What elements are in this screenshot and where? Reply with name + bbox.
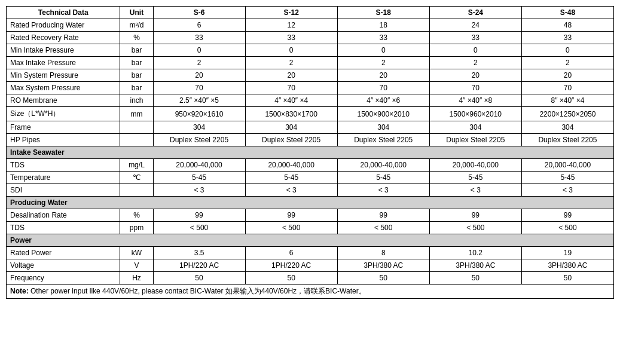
row-s12: 2 [245,57,337,69]
row-s12: 12 [245,19,337,32]
section-label: Producing Water [7,197,614,209]
row-label: RO Membrane [7,94,120,107]
row-s24: < 500 [429,222,521,234]
row-s18: 50 [337,272,429,285]
row-unit: bar [120,44,153,57]
row-s6: 33 [153,32,245,44]
row-label: Rated Power [7,247,120,259]
row-s24: 20 [429,69,521,82]
row-s18: 8 [337,247,429,259]
row-label: Max Intake Pressure [7,57,120,69]
table-row: Max Intake Pressurebar22222 [7,57,614,69]
row-s18: 18 [337,19,429,32]
row-s18: 3PH/380 AC [337,259,429,272]
row-s48: 3PH/380 AC [521,259,613,272]
table-row: TDSppm< 500< 500< 500< 500< 500 [7,222,614,234]
row-s6: 2 [153,57,245,69]
row-s24: 70 [429,82,521,94]
row-s48: 50 [521,272,613,285]
table-row: TDSmg/L20,000-40,00020,000-40,00020,000-… [7,159,614,172]
row-s24: 33 [429,32,521,44]
row-s48: 0 [521,44,613,57]
row-unit [120,184,153,197]
row-s12: 5-45 [245,172,337,184]
row-s18: 1500×900×2010 [337,107,429,121]
row-label: TDS [7,222,120,234]
table-row: Producing Water [7,197,614,209]
row-label: Max System Pressure [7,82,120,94]
row-label: Frequency [7,272,120,285]
row-s12: 6 [245,247,337,259]
table-row: Rated PowerkW3.56810.219 [7,247,614,259]
row-s12: 1500×830×1700 [245,107,337,121]
row-label: TDS [7,159,120,172]
row-s12: < 3 [245,184,337,197]
row-s48: 2200×1250×2050 [521,107,613,121]
table-row: HP PipesDuplex Steel 2205Duplex Steel 22… [7,134,614,146]
row-s24: < 3 [429,184,521,197]
table-row: Frame304304304304304 [7,121,614,134]
table-row: RO Membraneinch2.5″ ×40″ ×54″ ×40″ ×44″ … [7,94,614,107]
row-unit: % [120,32,153,44]
header-s18: S-18 [337,7,429,19]
row-s48: 2 [521,57,613,69]
row-unit: Hz [120,272,153,285]
row-s12: 50 [245,272,337,285]
header-s48: S-48 [521,7,613,19]
table-row: SDI< 3< 3< 3< 3< 3 [7,184,614,197]
row-s12: 1PH/220 AC [245,259,337,272]
row-s6: 2.5″ ×40″ ×5 [153,94,245,107]
row-s12: < 500 [245,222,337,234]
row-s12: 304 [245,121,337,134]
table-row: Size（L*W*H）mm950×920×16101500×830×170015… [7,107,614,121]
row-unit: bar [120,69,153,82]
row-s48: 20 [521,69,613,82]
header-unit: Unit [120,7,153,19]
row-unit: kW [120,247,153,259]
row-s48: 304 [521,121,613,134]
row-s6: 70 [153,82,245,94]
row-s48: 33 [521,32,613,44]
header-s12: S-12 [245,7,337,19]
row-s24: 4″ ×40″ ×8 [429,94,521,107]
row-s48: 5-45 [521,172,613,184]
table-row: Temperature℃5-455-455-455-455-45 [7,172,614,184]
row-unit: bar [120,57,153,69]
section-label: Intake Seawater [7,146,614,159]
row-s6: 0 [153,44,245,57]
header-s24: S-24 [429,7,521,19]
row-s24: Duplex Steel 2205 [429,134,521,146]
row-s18: 4″ ×40″ ×6 [337,94,429,107]
table-row: FrequencyHz5050505050 [7,272,614,285]
row-unit: ℃ [120,172,153,184]
row-s24: 20,000-40,000 [429,159,521,172]
row-s18: Duplex Steel 2205 [337,134,429,146]
row-s12: 70 [245,82,337,94]
row-s24: 3PH/380 AC [429,259,521,272]
table-row: Rated Recovery Rate%3333333333 [7,32,614,44]
row-s6: < 500 [153,222,245,234]
row-unit: V [120,259,153,272]
row-unit: ppm [120,222,153,234]
row-s12: Duplex Steel 2205 [245,134,337,146]
row-s18: 20 [337,69,429,82]
row-s48: < 500 [521,222,613,234]
row-s48: 8″ ×40″ ×4 [521,94,613,107]
row-s6: 50 [153,272,245,285]
row-label: HP Pipes [7,134,120,146]
table-row: VoltageV1PH/220 AC1PH/220 AC3PH/380 AC3P… [7,259,614,272]
row-s12: 4″ ×40″ ×4 [245,94,337,107]
row-s24: 0 [429,44,521,57]
technical-data-table: Technical Data Unit S-6 S-12 S-18 S-24 S… [6,6,614,299]
row-unit [120,121,153,134]
row-s12: 0 [245,44,337,57]
row-unit: m³/d [120,19,153,32]
header-s6: S-6 [153,7,245,19]
table-header-row: Technical Data Unit S-6 S-12 S-18 S-24 S… [7,7,614,19]
row-s6: 99 [153,209,245,222]
row-s48: 99 [521,209,613,222]
row-label: SDI [7,184,120,197]
row-label: Temperature [7,172,120,184]
row-s24: 1500×960×2010 [429,107,521,121]
row-s18: 304 [337,121,429,134]
